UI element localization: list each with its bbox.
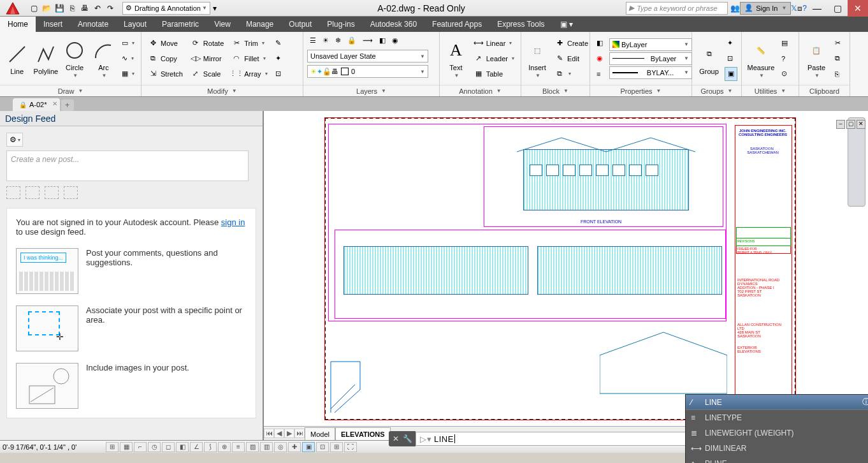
stretch-button[interactable]: ⇲Stretch [145,67,185,81]
signin-link[interactable]: sign in [221,217,245,227]
spline-icon[interactable]: ∿▾ [119,52,137,66]
osnap-icon[interactable]: ◻ [162,442,175,452]
vp-close-icon[interactable]: ✕ [857,120,865,129]
layout-model[interactable]: Model [305,427,335,440]
list-icon[interactable]: ≡ [594,67,605,81]
array-button[interactable]: ⋮⋮Array▾ [229,67,270,81]
polyline-button[interactable]: Polyline [33,34,59,83]
cut-icon[interactable]: ✂ [832,36,843,50]
tab-annotate[interactable]: Annotate [70,17,116,32]
offset-icon[interactable]: ⊡ [273,67,284,81]
linear-button[interactable]: ⟷Linear▾ [471,36,517,50]
3dosnap-icon[interactable]: ◧ [176,442,189,452]
groupedit-icon[interactable]: ⊡ [725,52,737,66]
panel-properties-title[interactable]: Properties▼ [590,85,691,96]
dyninput-icon[interactable]: ⊕ [218,442,231,452]
hatch-icon[interactable]: ▦▾ [119,67,137,81]
grid-display-icon[interactable]: ▦ [120,442,133,452]
lineweight-selector[interactable]: BYLAY...▼ [609,66,692,79]
otrack-icon[interactable]: ∠ [190,442,203,452]
signin-button[interactable]: 👤 Sign In ▼ [740,2,791,15]
layer-state-selector[interactable]: Unsaved Layer State▼ [307,50,428,62]
selcycl-icon[interactable]: ◎ [274,442,287,452]
tab-express[interactable]: Express Tools [489,17,552,32]
leader-button[interactable]: ↗Leader▾ [471,52,517,66]
close-button[interactable]: ✕ [848,0,868,17]
ungroup-icon[interactable]: ✦ [725,36,737,50]
a360-icon[interactable]: ⧈ [797,4,802,13]
df-settings-button[interactable]: ⚙▾ [6,133,23,147]
table-button[interactable]: ▦Table [471,67,517,81]
cmdline-close-icon[interactable]: ✕ [393,434,399,443]
color-icon[interactable]: ◉ [594,52,605,66]
layerlock-icon[interactable]: 🔒 [345,33,359,47]
rotate-button[interactable]: ⟳Rotate [188,36,226,50]
circle-button[interactable]: Circle▼ [62,34,88,83]
create-button[interactable]: ✚Create [552,36,591,50]
navigation-bar[interactable] [848,117,865,207]
layerprops-icon[interactable]: ☰ [307,33,319,47]
pastecb-icon[interactable]: ⎘ [832,67,843,81]
qprops-icon[interactable]: ▥ [260,442,273,452]
paste-button[interactable]: 📋Paste▼ [803,34,830,83]
selectall-icon[interactable]: ▤ [779,36,790,50]
scale-button[interactable]: ⤢Scale [188,67,226,81]
ac-item[interactable]: ≡LINETYPE [686,410,868,425]
quickview2-icon[interactable]: ⊞ [330,442,343,452]
group-button[interactable]: ⧉Group [696,34,722,83]
add-tab-button[interactable]: + [61,99,74,111]
drawing-canvas[interactable]: – ▢ ✕ JOHN ENGINEERING INC.CONSULTING EN… [264,111,868,440]
quickcalc-icon[interactable]: ? [779,52,790,66]
panel-annotation-title[interactable]: Annotation▼ [440,85,521,96]
measure-button[interactable]: 📏Measure▼ [746,34,776,83]
panel-block-title[interactable]: Block▼ [521,85,590,96]
ac-item[interactable]: ∿PLINE [686,456,868,463]
attach-person-icon[interactable] [45,186,59,199]
arc-button[interactable]: Arc▼ [90,34,117,83]
polar-icon[interactable]: ◷ [148,442,161,452]
ortho-icon[interactable]: ⌐ [134,442,147,452]
tab-home[interactable]: Home [0,17,36,32]
tab-manage[interactable]: Manage [238,17,281,32]
insert-button[interactable]: ⬚Insert▼ [525,34,549,83]
modelspace-button[interactable]: ▣ [302,442,315,452]
minimize-button[interactable]: — [807,0,827,17]
point-icon[interactable]: ⊙ [779,67,790,81]
copycb-icon[interactable]: ⧉ [832,52,843,66]
redo-icon[interactable]: ↷ [105,3,116,14]
line-button[interactable]: Line [4,34,30,83]
new-icon[interactable]: ▢ [28,3,40,14]
tab-featured[interactable]: Featured Apps [424,17,489,32]
layeron-icon[interactable]: ◉ [389,33,401,47]
vp-max-icon[interactable]: ▢ [846,120,855,129]
close-tab-icon[interactable]: ✕ [52,100,57,107]
app-logo[interactable] [0,0,25,17]
tab-view[interactable]: View [206,17,238,32]
saveas-icon[interactable]: ⎘ [66,3,78,14]
tab-autodesk360[interactable]: Autodesk 360 [363,17,424,32]
tab-layout[interactable]: Layout [116,17,154,32]
help-icon[interactable]: ? [802,4,807,13]
tab-insert[interactable]: Insert [36,17,70,32]
file-tab[interactable]: 🔒 A-02* ✕ [13,98,60,111]
coordinates[interactable]: 0'-9 17/64", 0'-1 1/4" , 0' [3,443,105,451]
infocenter-icon[interactable]: 👥 [730,4,740,13]
maximize-vp-icon[interactable]: ⛶ [344,442,357,452]
exchange-icon[interactable]: 𝕏 [791,4,797,13]
panel-draw-title[interactable]: Draw▼ [0,85,141,96]
groupbb-icon[interactable]: ▣ [725,67,737,81]
linetype-selector[interactable]: ByLayer▼ [609,52,692,65]
plot-icon[interactable]: 🖶 [79,3,90,14]
layout-elevations[interactable]: ELEVATIONS [335,427,391,440]
vp-min-icon[interactable]: – [836,120,845,129]
ac-item[interactable]: ⟷DIMLINEAR [686,441,868,456]
color-selector[interactable]: ByLayer▼ [609,38,692,51]
edit-button[interactable]: ✎Edit [552,52,591,66]
annomonitor-icon[interactable]: ✚ [288,442,301,452]
lineweight-icon[interactable]: ≡ [232,442,245,452]
layout-last-icon[interactable]: ⏭ [294,429,305,438]
layer-current-selector[interactable]: ☀✦🔓🖶 0▼ [307,65,428,78]
mirror-button[interactable]: ◁▷Mirror [188,52,226,66]
tab-parametric[interactable]: Parametric [154,17,206,32]
save-icon[interactable]: 💾 [54,3,65,14]
